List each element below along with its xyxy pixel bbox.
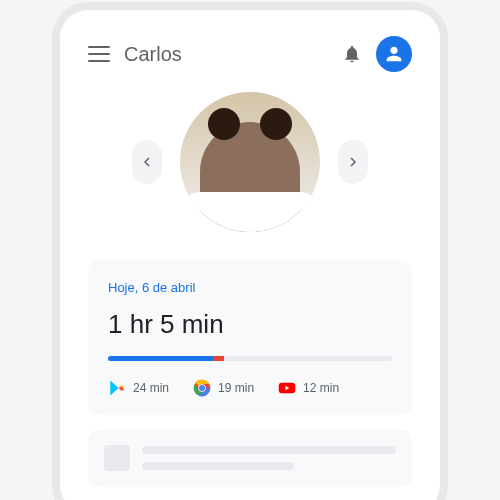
child-profile-photo[interactable] xyxy=(180,92,320,232)
usage-progress-bar xyxy=(108,356,392,361)
loading-card xyxy=(88,429,412,487)
page-title: Carlos xyxy=(124,43,328,66)
youtube-icon xyxy=(278,379,296,397)
svg-point-2 xyxy=(199,385,205,391)
screen-time-card[interactable]: Hoje, 6 de abril 1 hr 5 min 24 min 19 xyxy=(88,260,412,415)
skeleton-icon xyxy=(104,445,130,471)
app-item-play: 24 min xyxy=(108,379,169,397)
phone-frame: Carlos Hoje, 6 de abril 1 hr 5 min xyxy=(60,10,440,500)
account-avatar-icon[interactable] xyxy=(376,36,412,72)
app-breakdown: 24 min 19 min 12 min xyxy=(108,379,392,397)
app-item-chrome: 19 min xyxy=(193,379,254,397)
app-time-label: 19 min xyxy=(218,381,254,395)
header: Carlos xyxy=(88,36,412,72)
profile-carousel xyxy=(88,92,412,232)
skeleton-lines xyxy=(142,445,396,471)
previous-child-button[interactable] xyxy=(132,140,162,184)
total-screen-time: 1 hr 5 min xyxy=(108,309,392,340)
date-link[interactable]: Hoje, 6 de abril xyxy=(108,280,195,295)
chrome-icon xyxy=(193,379,211,397)
notifications-icon[interactable] xyxy=(342,44,362,64)
app-time-label: 12 min xyxy=(303,381,339,395)
screen: Carlos Hoje, 6 de abril 1 hr 5 min xyxy=(68,18,432,500)
hamburger-menu-icon[interactable] xyxy=(88,46,110,62)
app-item-youtube: 12 min xyxy=(278,379,339,397)
google-play-icon xyxy=(108,379,126,397)
app-time-label: 24 min xyxy=(133,381,169,395)
next-child-button[interactable] xyxy=(338,140,368,184)
